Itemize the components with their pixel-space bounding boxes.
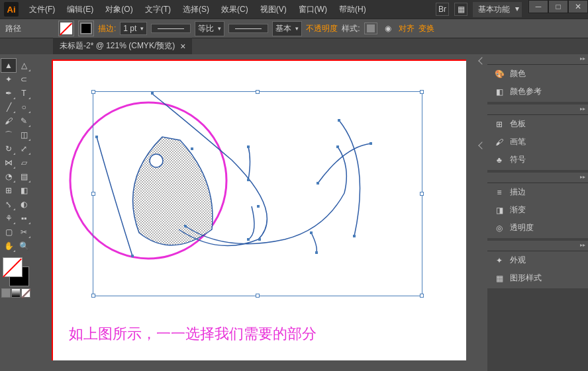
- stroke-swatch[interactable]: [78, 21, 94, 36]
- menu-edit[interactable]: 编辑(E): [62, 1, 99, 18]
- rectangle-tool[interactable]: ○: [17, 101, 31, 114]
- pen-tool[interactable]: ✒: [1, 87, 16, 100]
- free-transform-tool[interactable]: ▱: [17, 156, 31, 169]
- paintbrush-tool[interactable]: 🖌: [1, 114, 16, 128]
- document-tab[interactable]: 未标题-2* @ 121% (CMYK/预览) ×: [53, 37, 192, 54]
- control-bar: 路径 描边: 1 pt 等比 基本 不透明度 样式: ◉ 对齐 变换: [0, 19, 588, 38]
- stroke-weight[interactable]: 1 pt: [120, 22, 147, 35]
- tab-title: 未标题-2* @ 121% (CMYK/预览): [60, 40, 175, 52]
- color-guide-icon: ◧: [494, 87, 505, 97]
- minimize-button[interactable]: ─: [528, 0, 548, 13]
- right-panels: 🎨颜色 ◧颜色参考 ⊞色板 🖌画笔 ♣符号 ≡描边 ◨渐变 ◎透明度 ✦外观 ▦…: [487, 54, 588, 371]
- menu-effect[interactable]: 效果(C): [216, 1, 254, 18]
- eyedropper-tool[interactable]: ⤣: [1, 198, 16, 211]
- magic-wand-tool[interactable]: ✦: [1, 73, 16, 86]
- panel-gradient[interactable]: ◨渐变: [487, 201, 588, 219]
- blob-brush-tool[interactable]: ⌒: [1, 128, 16, 142]
- brush-def[interactable]: 基本: [272, 21, 302, 36]
- panel-color[interactable]: 🎨颜色: [487, 65, 588, 83]
- annotation-text: 如上图所示，一一选择我们需要的部分: [69, 324, 317, 344]
- style-label: 样式:: [342, 23, 360, 34]
- menu-window[interactable]: 窗口(W): [293, 1, 332, 18]
- opacity-label[interactable]: 不透明度: [306, 23, 338, 34]
- fill-stroke-control[interactable]: [1, 257, 30, 286]
- eraser-tool[interactable]: ◫: [17, 128, 31, 142]
- shape-builder-tool[interactable]: ◔: [1, 170, 16, 183]
- menu-file[interactable]: 文件(F): [24, 1, 60, 18]
- stroke-preview-1[interactable]: [151, 24, 191, 33]
- slice-tool[interactable]: ✂: [17, 226, 31, 239]
- gradient-icon: ◨: [494, 205, 505, 216]
- panel-symbols[interactable]: ♣符号: [487, 151, 588, 169]
- window-controls: ─ □ ✕: [528, 0, 588, 13]
- workspace-switcher[interactable]: 基本功能: [473, 2, 522, 17]
- arrange-icon[interactable]: ▦: [454, 3, 467, 16]
- pencil-tool[interactable]: ✎: [17, 114, 31, 128]
- panel-color-guide[interactable]: ◧颜色参考: [487, 83, 588, 101]
- line-tool[interactable]: ╱: [1, 101, 16, 114]
- stroke-icon: ≡: [494, 187, 505, 198]
- menu-type[interactable]: 文字(T): [140, 1, 176, 18]
- panel-appearance[interactable]: ✦外观: [487, 251, 588, 269]
- scale-tool[interactable]: ⤢: [17, 142, 31, 155]
- mesh-tool[interactable]: ⊞: [1, 184, 16, 197]
- document-tabs: 未标题-2* @ 121% (CMYK/预览) ×: [0, 38, 588, 54]
- app-logo: Ai: [4, 2, 19, 17]
- type-tool[interactable]: T: [17, 87, 31, 100]
- style-swatch[interactable]: [364, 22, 377, 34]
- selection-tool[interactable]: ▲: [1, 59, 16, 72]
- tools-panel: ▲ △ ✦ ⊂ ✒ T ╱ ○ 🖌 ✎ ⌒ ◫ ↻ ⤢ ⋈ ▱ ◔ ▤ ⊞ ◧ …: [0, 54, 33, 371]
- fill-swatch[interactable]: [58, 21, 74, 36]
- direct-selection-tool[interactable]: △: [17, 59, 31, 72]
- gradient-tool[interactable]: ◧: [17, 184, 31, 197]
- hand-tool[interactable]: ✋: [1, 239, 16, 253]
- graph-tool[interactable]: ▪▪: [17, 212, 31, 225]
- lasso-tool[interactable]: ⊂: [17, 73, 31, 86]
- swatches-icon: ⊞: [494, 119, 505, 130]
- close-button[interactable]: ✕: [568, 0, 588, 13]
- panel-graphic-styles[interactable]: ▦图形样式: [487, 269, 588, 287]
- appearance-icon: ✦: [494, 255, 505, 266]
- panel-brushes[interactable]: 🖌画笔: [487, 133, 588, 151]
- title-bar: Ai 文件(F) 编辑(E) 对象(O) 文字(T) 选择(S) 效果(C) 视…: [0, 0, 588, 19]
- palette-icon: 🎨: [494, 69, 505, 79]
- panel-stroke[interactable]: ≡描边: [487, 183, 588, 201]
- brush-icon: 🖌: [494, 137, 505, 147]
- blend-tool[interactable]: ◐: [17, 198, 31, 211]
- canvas-area[interactable]: 如上图所示，一一选择我们需要的部分: [33, 54, 477, 371]
- titlebar-right: Br ▦ 基本功能: [436, 2, 522, 17]
- maximize-button[interactable]: □: [548, 0, 568, 13]
- main-area: ▲ △ ✦ ⊂ ✒ T ╱ ○ 🖌 ✎ ⌒ ◫ ↻ ⤢ ⋈ ▱ ◔ ▤ ⊞ ◧ …: [0, 54, 588, 371]
- color-mode-switches[interactable]: [1, 288, 32, 298]
- stroke-profile[interactable]: 等比: [195, 21, 224, 36]
- artboard[interactable]: 如上图所示，一一选择我们需要的部分: [52, 60, 477, 364]
- align-label[interactable]: 对齐: [399, 23, 415, 34]
- transparency-icon: ◎: [494, 223, 505, 233]
- bridge-icon[interactable]: Br: [436, 3, 449, 16]
- menu-object[interactable]: 对象(O): [100, 1, 138, 18]
- perspective-tool[interactable]: ▤: [17, 170, 31, 183]
- tab-close-icon[interactable]: ×: [180, 41, 185, 52]
- symbol-sprayer-tool[interactable]: ⚘: [1, 212, 16, 225]
- graphic-style-icon: ▦: [494, 273, 505, 284]
- width-tool[interactable]: ⋈: [1, 156, 16, 169]
- vertical-scrollbar[interactable]: [466, 54, 477, 371]
- stroke-label: 描边:: [98, 23, 116, 34]
- context-label: 路径: [5, 23, 21, 34]
- panel-swatches[interactable]: ⊞色板: [487, 115, 588, 133]
- recolor-icon[interactable]: ◉: [381, 22, 395, 35]
- zoom-tool[interactable]: 🔍: [17, 239, 31, 253]
- transform-label[interactable]: 变换: [418, 23, 434, 34]
- menu-view[interactable]: 视图(V): [255, 1, 292, 18]
- panel-transparency[interactable]: ◎透明度: [487, 219, 588, 237]
- rotate-tool[interactable]: ↻: [1, 142, 16, 155]
- selection-bounding-box[interactable]: [93, 91, 422, 296]
- right-panel-wrap: 🎨颜色 ◧颜色参考 ⊞色板 🖌画笔 ♣符号 ≡描边 ◨渐变 ◎透明度 ✦外观 ▦…: [477, 54, 588, 371]
- menu-help[interactable]: 帮助(H): [334, 1, 371, 18]
- stroke-preview-2[interactable]: [228, 24, 268, 33]
- artboard-tool[interactable]: ▢: [1, 226, 16, 239]
- menu-bar: 文件(F) 编辑(E) 对象(O) 文字(T) 选择(S) 效果(C) 视图(V…: [24, 1, 371, 18]
- horizontal-scrollbar[interactable]: [33, 360, 477, 371]
- panel-collapse-strip[interactable]: [477, 54, 487, 371]
- menu-select[interactable]: 选择(S): [177, 1, 215, 18]
